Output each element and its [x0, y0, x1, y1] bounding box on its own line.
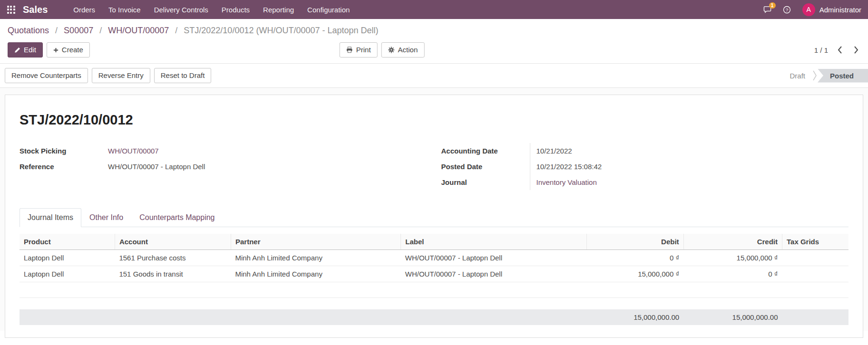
statusbar: Draft Posted — [779, 69, 868, 83]
user-name: Administrator — [819, 6, 861, 14]
control-panel: Edit Create Print Action 1 / 1 — [0, 39, 868, 64]
table-header-row: Product Account Partner Label Debit Cred… — [20, 234, 848, 250]
tab-counterparts-mapping[interactable]: Counterparts Mapping — [131, 208, 223, 227]
help-button[interactable]: ? — [783, 6, 791, 14]
nav-item-orders[interactable]: Orders — [67, 0, 102, 19]
main-menu: Orders To Invoice Delivery Controls Prod… — [67, 0, 356, 19]
pager: 1 / 1 — [814, 46, 828, 54]
journal-value[interactable]: Inventory Valuation — [536, 178, 597, 186]
reverse-entry-button[interactable]: Reverse Entry — [92, 68, 150, 83]
reference-value: WH/OUT/00007 - Laptopn Dell — [108, 163, 205, 171]
nav-item-delivery-controls[interactable]: Delivery Controls — [147, 0, 215, 19]
cell-tax-grids — [782, 266, 848, 282]
breadcrumb-separator: / — [175, 26, 177, 35]
notification-badge: 1 — [769, 2, 776, 9]
user-menu[interactable]: A Administrator — [802, 0, 861, 19]
apps-grid-icon — [7, 6, 15, 14]
messages-button[interactable]: 1 — [763, 6, 771, 14]
pager-next-button[interactable] — [852, 45, 860, 55]
cell-debit: 0 ₫ — [586, 250, 683, 266]
field-stock-picking: Stock Picking WH/OUT/00007 — [20, 143, 427, 159]
stock-picking-value[interactable]: WH/OUT/00007 — [108, 147, 159, 155]
field-journal: Journal Inventory Valuation — [441, 174, 849, 190]
field-label-journal: Journal — [441, 174, 530, 190]
accounting-date-value: 10/21/2022 — [536, 147, 572, 155]
print-button[interactable]: Print — [340, 42, 378, 58]
nav-item-to-invoice[interactable]: To Invoice — [102, 0, 147, 19]
column-header-credit[interactable]: Credit — [683, 234, 782, 250]
nav-item-reporting[interactable]: Reporting — [256, 0, 301, 19]
table-row[interactable]: Laptopn Dell 151 Goods in transit Minh A… — [20, 266, 848, 282]
cell-product: Laptopn Dell — [20, 250, 115, 266]
breadcrumb-separator: / — [99, 26, 102, 35]
notebook-tabs: Journal Items Other Info Counterparts Ma… — [20, 208, 848, 227]
left-field-group: Stock Picking WH/OUT/00007 Reference WH/… — [20, 143, 427, 190]
gear-icon — [388, 47, 395, 53]
field-groups: Stock Picking WH/OUT/00007 Reference WH/… — [20, 143, 848, 190]
total-credit: 15,000,000.00 — [683, 309, 782, 325]
svg-text:?: ? — [785, 7, 788, 12]
remove-counterparts-button[interactable]: Remove Counterparts — [5, 68, 88, 83]
statusbar-chevron-icon — [813, 70, 817, 81]
column-header-tax-grids[interactable]: Tax Grids — [782, 234, 848, 250]
table-row[interactable]: Laptopn Dell 1561 Purchase costs Minh An… — [20, 250, 848, 266]
tab-journal-items[interactable]: Journal Items — [20, 208, 81, 227]
breadcrumb: Quotations / S00007 / WH/OUT/00007 / STJ… — [0, 19, 868, 39]
cell-label: WH/OUT/00007 - Laptopn Dell — [401, 250, 586, 266]
empty-table-row — [20, 282, 848, 298]
cell-account: 1561 Purchase costs — [115, 250, 231, 266]
breadcrumb-separator: / — [55, 26, 58, 35]
cell-partner: Minh Anh Limited Company — [231, 266, 400, 282]
total-debit: 15,000,000.00 — [586, 309, 683, 325]
help-icon: ? — [783, 6, 791, 14]
form-toolbar: Remove Counterparts Reverse Entry Reset … — [0, 64, 868, 88]
column-header-account[interactable]: Account — [115, 234, 231, 250]
cell-account: 151 Goods in transit — [115, 266, 231, 282]
field-label-reference: Reference — [20, 159, 108, 174]
totals-row: 15,000,000.00 15,000,000.00 — [20, 309, 848, 325]
nav-item-configuration[interactable]: Configuration — [301, 0, 356, 19]
print-icon — [346, 47, 353, 53]
cell-tax-grids — [782, 250, 848, 266]
chevron-left-icon — [838, 46, 842, 54]
field-posted-date: Posted Date 10/21/2022 15:08:42 — [441, 159, 849, 174]
column-header-debit[interactable]: Debit — [586, 234, 683, 250]
create-button-label: Create — [62, 45, 83, 55]
pager-previous-button[interactable] — [836, 45, 844, 55]
posted-date-value: 10/21/2022 15:08:42 — [536, 163, 602, 171]
form-sheet: STJ/2022/10/0012 Stock Picking WH/OUT/00… — [5, 95, 863, 338]
cell-label: WH/OUT/00007 - Laptopn Dell — [401, 266, 586, 282]
nav-item-products[interactable]: Products — [215, 0, 256, 19]
journal-items-table: Product Account Partner Label Debit Cred… — [20, 234, 848, 325]
status-draft[interactable]: Draft — [779, 69, 816, 83]
edit-button[interactable]: Edit — [8, 42, 43, 58]
column-header-partner[interactable]: Partner — [231, 234, 400, 250]
plus-icon — [53, 48, 59, 53]
action-button[interactable]: Action — [381, 42, 425, 58]
app-name[interactable]: Sales — [23, 4, 48, 15]
field-label-stock-picking: Stock Picking — [20, 143, 108, 159]
column-header-label[interactable]: Label — [401, 234, 586, 250]
field-label-posted-date: Posted Date — [441, 159, 530, 174]
cell-credit: 0 ₫ — [683, 266, 782, 282]
breadcrumb-link-wh-out-00007[interactable]: WH/OUT/00007 — [108, 26, 169, 35]
create-button[interactable]: Create — [47, 42, 90, 58]
navbar-systray: 1 ? A Administrator — [763, 0, 868, 19]
cell-debit: 15,000,000 ₫ — [586, 266, 683, 282]
breadcrumb-link-quotations[interactable]: Quotations — [8, 26, 49, 35]
page-title: STJ/2022/10/0012 — [20, 112, 848, 128]
apps-menu-button[interactable] — [0, 0, 22, 19]
action-button-label: Action — [398, 45, 418, 55]
tab-other-info[interactable]: Other Info — [81, 208, 131, 227]
breadcrumb-link-s00007[interactable]: S00007 — [64, 26, 93, 35]
cell-product: Laptopn Dell — [20, 266, 115, 282]
form-view: STJ/2022/10/0012 Stock Picking WH/OUT/00… — [0, 88, 868, 331]
status-posted[interactable]: Posted — [818, 69, 868, 83]
cell-partner: Minh Anh Limited Company — [231, 250, 400, 266]
field-accounting-date: Accounting Date 10/21/2022 — [441, 143, 849, 159]
right-field-group: Accounting Date 10/21/2022 Posted Date 1… — [441, 143, 849, 190]
column-header-product[interactable]: Product — [20, 234, 115, 250]
pencil-icon — [14, 47, 20, 53]
reset-to-draft-button[interactable]: Reset to Draft — [154, 68, 212, 83]
field-reference: Reference WH/OUT/00007 - Laptopn Dell — [20, 159, 427, 174]
